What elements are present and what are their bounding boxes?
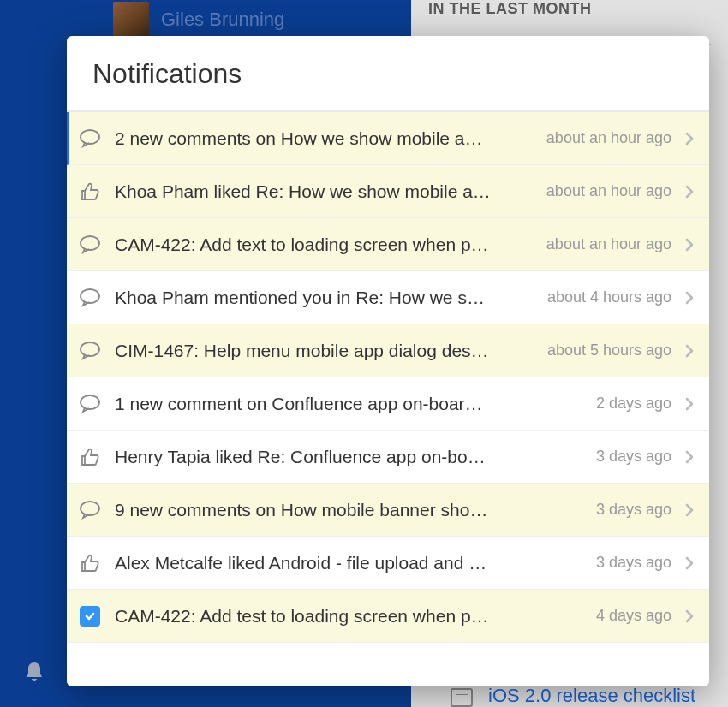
svg-point-0 bbox=[81, 130, 99, 144]
notification-text: Khoa Pham liked Re: How we show mobile a… bbox=[115, 181, 536, 202]
notification-text: Henry Tapia liked Re: Confluence app on-… bbox=[115, 447, 586, 467]
like-icon bbox=[79, 552, 101, 574]
notification-row[interactable]: CIM-1467: Help menu mobile app dialog de… bbox=[67, 324, 709, 377]
like-icon bbox=[79, 181, 101, 203]
notification-text: 9 new comments on How mobile banner sho… bbox=[115, 500, 586, 520]
notification-time: about an hour ago bbox=[546, 129, 671, 147]
chevron-right-icon[interactable] bbox=[685, 344, 694, 358]
chevron-right-icon[interactable] bbox=[685, 132, 694, 146]
chevron-right-icon[interactable] bbox=[685, 503, 694, 517]
notification-row[interactable]: Khoa Pham liked Re: How we show mobile a… bbox=[67, 165, 709, 218]
comment-icon bbox=[79, 128, 101, 150]
chevron-right-icon[interactable] bbox=[685, 397, 694, 411]
notification-time: about 5 hours ago bbox=[547, 342, 671, 359]
notification-text: 1 new comment on Confluence app on-boar… bbox=[115, 394, 586, 414]
section-title: IN THE LAST MONTH bbox=[428, 0, 711, 18]
chevron-right-icon[interactable] bbox=[685, 238, 694, 252]
notification-row[interactable]: CAM-422: Add text to loading screen when… bbox=[67, 218, 709, 271]
comment-icon bbox=[79, 234, 101, 256]
svg-point-3 bbox=[81, 342, 99, 356]
chevron-right-icon[interactable] bbox=[685, 185, 694, 199]
chevron-right-icon[interactable] bbox=[685, 556, 694, 570]
notification-text: CAM-422: Add test to loading screen when… bbox=[115, 606, 586, 627]
notification-time: about an hour ago bbox=[546, 182, 671, 200]
notification-text: 2 new comments on How we show mobile a… bbox=[115, 128, 536, 149]
svg-point-4 bbox=[81, 395, 99, 409]
notification-row[interactable]: CAM-422: Add test to loading screen when… bbox=[67, 590, 709, 643]
user-avatar[interactable] bbox=[113, 2, 149, 38]
notification-text: Alex Metcalfe liked Android - file uploa… bbox=[115, 553, 586, 573]
notification-row[interactable]: 2 new comments on How we show mobile a…a… bbox=[67, 112, 709, 165]
svg-point-5 bbox=[81, 502, 99, 515]
notification-row[interactable]: 1 new comment on Confluence app on-boar…… bbox=[67, 377, 709, 431]
chevron-right-icon[interactable] bbox=[685, 609, 694, 623]
notification-row[interactable]: Henry Tapia liked Re: Confluence app on-… bbox=[67, 431, 709, 484]
bottom-page-link[interactable]: iOS 2.0 release checklist bbox=[488, 685, 695, 707]
like-icon bbox=[79, 446, 101, 468]
notification-text: CAM-422: Add text to loading screen when… bbox=[115, 235, 536, 255]
notification-row[interactable]: 9 new comments on How mobile banner sho…… bbox=[67, 484, 709, 537]
user-avatar-block[interactable]: Giles Brunning bbox=[113, 2, 284, 38]
comment-icon bbox=[79, 499, 101, 521]
comment-icon bbox=[79, 393, 101, 415]
notification-time: 3 days ago bbox=[596, 554, 671, 572]
notification-text: Khoa Pham mentioned you in Re: How we s… bbox=[115, 288, 537, 308]
comment-icon bbox=[79, 287, 101, 309]
notification-time: 4 days ago bbox=[596, 607, 671, 625]
notification-time: 3 days ago bbox=[596, 448, 671, 466]
list-icon bbox=[451, 688, 473, 707]
notification-row[interactable]: Alex Metcalfe liked Android - file uploa… bbox=[67, 537, 709, 590]
notifications-list[interactable]: 2 new comments on How we show mobile a…a… bbox=[67, 112, 709, 686]
svg-point-2 bbox=[81, 289, 99, 303]
comment-icon bbox=[79, 340, 101, 362]
bell-icon[interactable] bbox=[24, 661, 45, 683]
user-name[interactable]: Giles Brunning bbox=[161, 9, 284, 31]
notification-time: about 4 hours ago bbox=[547, 288, 671, 306]
notifications-modal: Notifications 2 new comments on How we s… bbox=[67, 36, 709, 686]
notification-time: 2 days ago bbox=[596, 395, 671, 413]
notification-time: about an hour ago bbox=[546, 235, 671, 253]
notification-time: 3 days ago bbox=[596, 501, 671, 519]
modal-header: Notifications bbox=[67, 36, 709, 112]
notification-text: CIM-1467: Help menu mobile app dialog de… bbox=[115, 341, 537, 361]
task-icon bbox=[79, 605, 101, 627]
chevron-right-icon[interactable] bbox=[685, 291, 694, 305]
svg-point-1 bbox=[81, 236, 99, 250]
modal-title: Notifications bbox=[92, 58, 683, 90]
notification-row[interactable]: Khoa Pham mentioned you in Re: How we s…… bbox=[67, 271, 709, 324]
chevron-right-icon[interactable] bbox=[685, 450, 694, 464]
